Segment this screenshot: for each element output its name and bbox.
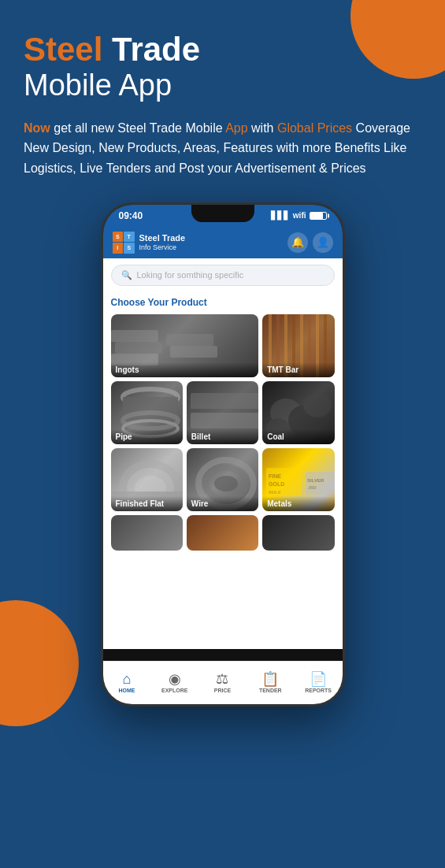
app-title-main: Steel Trade: [24, 32, 421, 68]
wifi-icon: wifi: [293, 211, 306, 220]
svg-rect-17: [191, 393, 258, 409]
nav-home[interactable]: ⌂ HOME: [103, 662, 151, 704]
nav-home-label: HOME: [118, 688, 135, 693]
logo-sq-s: S: [113, 232, 124, 243]
product-ingots-label: Ingots: [111, 362, 259, 377]
subtitle-prices: Global Prices: [277, 121, 352, 135]
phone-wrapper: 09:40 ▋▋▋ wifi S T I S Steel Trade: [0, 202, 445, 707]
battery-icon: [310, 212, 327, 220]
svg-rect-3: [166, 334, 213, 346]
title-trade: Trade: [102, 31, 200, 68]
svg-text:SILVER: SILVER: [307, 478, 324, 483]
signal-icon: ▋▋▋: [271, 211, 290, 220]
svg-point-30: [214, 476, 238, 491]
app-logo: S T I S: [113, 232, 135, 254]
svg-text:999.9: 999.9: [269, 490, 281, 495]
product-wire[interactable]: Wire: [187, 448, 258, 511]
product-more-1[interactable]: [111, 515, 183, 551]
app-subtitle-label: Info Service: [139, 243, 186, 252]
price-icon: ⚖: [216, 672, 228, 686]
app-header: S T I S Steel Trade Info Service 🔔 👤: [103, 227, 343, 258]
reports-icon: 📄: [310, 672, 327, 686]
product-metals-label: Metals: [262, 496, 334, 511]
nav-explore-label: EXPLORE: [161, 688, 187, 693]
app-content: 🔍 Loking for somthing specific Choose Yo…: [103, 258, 343, 649]
product-row-3: Finished Flat Wire: [111, 448, 335, 511]
svg-rect-18: [191, 413, 258, 428]
search-placeholder: Loking for somthing specific: [137, 270, 244, 280]
nav-explore[interactable]: ◉ EXPLORE: [150, 662, 198, 704]
product-billet[interactable]: Billet: [187, 381, 258, 444]
nav-reports[interactable]: 📄 REPORTS: [295, 662, 343, 704]
product-wire-label: Wire: [187, 496, 258, 511]
product-finished-flat-label: Finished Flat: [111, 496, 183, 511]
product-more-3[interactable]: [262, 515, 334, 551]
product-pipe[interactable]: Pipe: [111, 381, 183, 444]
product-more-2[interactable]: [187, 515, 258, 551]
header-section: Steel Trade Mobile App Now get all new S…: [0, 0, 445, 187]
home-icon: ⌂: [122, 672, 131, 686]
search-icon: 🔍: [121, 270, 132, 280]
phone-notch: [191, 205, 254, 222]
logo-sq-t: T: [124, 232, 135, 243]
subtitle-text1: get all new Steel Trade Mobile: [54, 121, 225, 135]
app-title-text: Steel Trade Info Service: [139, 233, 186, 252]
logo-sq-2s: S: [124, 243, 135, 254]
product-metals[interactable]: FINE GOLD 999.9 SILVER .999 Metals: [262, 448, 334, 511]
nav-tender[interactable]: 📋 TENDER: [247, 662, 295, 704]
battery-fill: [310, 213, 323, 219]
subtitle-text2: with: [251, 121, 277, 135]
svg-text:GOLD: GOLD: [269, 481, 284, 487]
status-icons: ▋▋▋ wifi: [271, 211, 327, 220]
svg-rect-0: [111, 330, 158, 342]
nav-price-label: PRICE: [214, 688, 231, 693]
product-tmt-label: TMT Bar: [262, 362, 334, 377]
product-coal[interactable]: Coal: [262, 381, 334, 444]
product-finished-flat[interactable]: Finished Flat: [111, 448, 183, 511]
svg-text:FINE: FINE: [269, 473, 281, 479]
svg-rect-1: [115, 342, 162, 354]
title-steel: Steel: [24, 31, 102, 68]
products-section: Choose Your Product Ingots: [103, 292, 343, 555]
product-pipe-label: Pipe: [111, 429, 183, 444]
status-time: 09:40: [119, 210, 143, 221]
app-name: Steel Trade: [139, 233, 186, 243]
product-tmt[interactable]: TMT Bar: [262, 314, 334, 377]
search-bar[interactable]: 🔍 Loking for somthing specific: [111, 265, 335, 286]
subtitle-now: Now: [24, 121, 50, 135]
app-title-line2: Mobile App: [24, 68, 421, 104]
product-coal-label: Coal: [262, 429, 334, 444]
nav-reports-label: REPORTS: [305, 688, 332, 693]
bottom-nav: ⌂ HOME ◉ EXPLORE ⚖ PRICE 📋 TENDER 📄 REPO…: [103, 661, 343, 704]
products-section-title: Choose Your Product: [111, 297, 335, 308]
product-row-4: [111, 515, 335, 551]
subtitle-app: App: [225, 121, 247, 135]
bell-icon[interactable]: 🔔: [287, 232, 308, 253]
app-logo-area: S T I S Steel Trade Info Service: [113, 232, 186, 254]
svg-rect-35: [306, 472, 334, 494]
product-billet-label: Billet: [187, 429, 258, 444]
product-row-1: Ingots TM: [111, 314, 335, 377]
svg-point-22: [303, 392, 332, 417]
app-header-icons: 🔔 👤: [287, 232, 333, 253]
product-ingots[interactable]: Ingots: [111, 314, 259, 377]
phone-mockup: 09:40 ▋▋▋ wifi S T I S Steel Trade: [101, 202, 345, 707]
product-row-2: Pipe Billet: [111, 381, 335, 444]
svg-text:.999: .999: [307, 485, 317, 490]
app-subtitle: Now get all new Steel Trade Mobile App w…: [24, 118, 421, 179]
nav-tender-label: TENDER: [259, 688, 282, 693]
tender-icon: 📋: [261, 672, 279, 686]
logo-sq-i: I: [113, 243, 124, 254]
explore-icon: ◉: [169, 672, 181, 686]
user-icon[interactable]: 👤: [313, 232, 333, 253]
svg-rect-4: [170, 346, 217, 358]
nav-price[interactable]: ⚖ PRICE: [198, 662, 247, 704]
